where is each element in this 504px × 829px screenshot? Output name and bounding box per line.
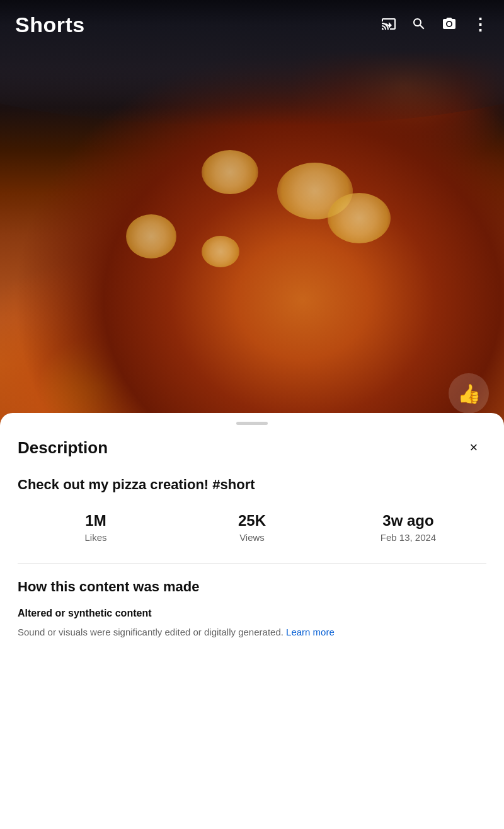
views-value: 25K	[174, 512, 330, 530]
stats-row: 1M Likes 25K Views 3w ago Feb 13, 2024	[18, 512, 486, 543]
thumbs-up-icon: 👍	[457, 383, 481, 405]
likes-label: Likes	[18, 532, 174, 543]
search-icon[interactable]	[411, 16, 427, 34]
time-ago-value: 3w ago	[330, 512, 486, 530]
cheese-detail	[202, 150, 258, 194]
close-icon: ×	[470, 439, 478, 456]
views-stat: 25K Views	[174, 512, 330, 543]
close-button[interactable]: ×	[461, 435, 486, 460]
drag-handle[interactable]	[18, 413, 486, 430]
date-stat: 3w ago Feb 13, 2024	[330, 512, 486, 543]
date-value: Feb 13, 2024	[330, 532, 486, 543]
cheese-detail	[328, 193, 391, 243]
thumbs-up-button[interactable]: 👍	[449, 373, 489, 414]
description-header: Description ×	[18, 435, 486, 460]
description-title: Description	[18, 438, 108, 458]
content-made-title: How this content was made	[18, 579, 486, 595]
description-sheet: Description × Check out my pizza creatio…	[0, 413, 504, 829]
likes-stat: 1M Likes	[18, 512, 174, 543]
header-actions: ⋮	[381, 15, 489, 35]
video-background: Shorts ⋮ 👍	[0, 0, 504, 429]
content-description: Sound or visuals were significantly edit…	[18, 625, 486, 640]
cast-icon[interactable]	[381, 16, 396, 34]
likes-value: 1M	[18, 512, 174, 530]
page-title: Shorts	[15, 13, 381, 37]
learn-more-link[interactable]: Learn more	[286, 627, 335, 637]
content-description-text: Sound or visuals were significantly edit…	[18, 627, 286, 637]
video-title: Check out my pizza creation! #short	[18, 475, 486, 494]
drag-handle-bar	[236, 422, 268, 425]
section-divider	[18, 563, 486, 564]
content-type-label: Altered or synthetic content	[18, 608, 486, 619]
cheese-detail	[126, 214, 176, 258]
cheese-detail	[202, 236, 239, 267]
header-bar: Shorts ⋮	[0, 0, 504, 50]
views-label: Views	[174, 532, 330, 543]
more-options-icon[interactable]: ⋮	[472, 15, 489, 35]
camera-icon[interactable]	[442, 16, 457, 34]
